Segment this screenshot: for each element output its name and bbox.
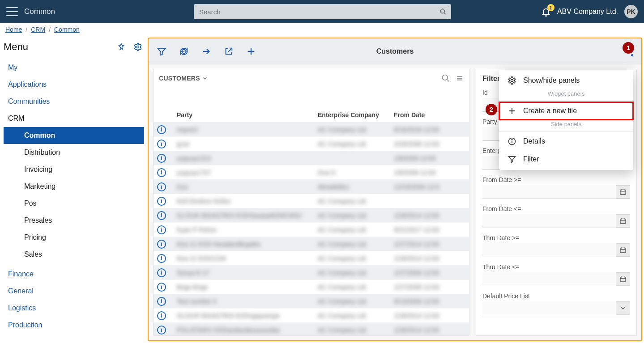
info-icon[interactable]: i [157, 225, 166, 234]
grid-columns: Party Enterprise Company From Date [154, 87, 469, 123]
grid-search-icon[interactable] [441, 74, 450, 83]
arrow-right-icon[interactable] [201, 47, 211, 56]
info-icon[interactable]: i [157, 283, 166, 292]
cell-company: AC Company Ltd. [318, 255, 394, 262]
table-row[interactable]: iGLOUR INDASTRIS EODsgapsespeAC Company … [154, 309, 469, 323]
sidebar-item-pos[interactable]: Pos [4, 195, 144, 212]
info-icon[interactable]: i [157, 240, 166, 249]
filter-thru-le-input[interactable] [482, 272, 616, 286]
cell-date: 1/28/2014 12:00 [394, 326, 465, 334]
filter-default-price-list-input[interactable] [482, 301, 616, 315]
popup-filter[interactable]: Filter [499, 150, 633, 168]
calendar-icon[interactable] [616, 185, 630, 199]
info-icon[interactable]: i [157, 168, 166, 177]
table-row[interactable]: iDusAbradeblcs12/23/2009 12:0 [154, 180, 469, 194]
grid-body[interactable]: iImport2AC Company Ltd.8/16/2018 12:00ig… [154, 123, 469, 335]
cell-party: Sonya E-17 [177, 269, 318, 276]
sidebar-item-production[interactable]: Production [4, 317, 144, 334]
table-row[interactable]: iSonya E-17AC Company Ltd.1/27/2006 12:0… [154, 266, 469, 280]
sidebar-item-finance[interactable]: Finance [4, 266, 144, 283]
popup-details-label: Details [523, 137, 545, 145]
cell-company: AC Company Ltd. [318, 284, 394, 291]
info-icon[interactable]: i [157, 254, 166, 263]
filter-icon[interactable] [157, 47, 166, 56]
plus-icon[interactable] [246, 47, 256, 56]
cell-date: 1/8/2008 12:00 [394, 169, 465, 176]
calendar-icon[interactable] [616, 243, 630, 257]
svg-rect-8 [620, 190, 626, 195]
breadcrumb-home[interactable]: Home [5, 26, 22, 33]
context-popup: Show/hide panels Widget panels Create a … [499, 70, 633, 170]
pin-icon[interactable] [117, 43, 125, 51]
sidebar-item-invoicing[interactable]: Invoicing [4, 161, 144, 178]
company-name[interactable]: ABV Company Ltd. [557, 8, 618, 16]
table-row[interactable]: iImport2AC Company Ltd.8/16/2018 12:00 [154, 123, 469, 137]
plus-icon [507, 106, 517, 115]
filter-from-ge-input[interactable] [482, 185, 616, 199]
info-icon[interactable]: i [157, 268, 166, 277]
sidebar-item-logistics[interactable]: Logistics [4, 300, 144, 317]
info-icon[interactable]: i [157, 197, 166, 206]
grid-title[interactable]: CUSTOMERS [159, 75, 200, 82]
table-row[interactable]: iGLOUR INDASTRIS EODSasasaM2MCMS2AC Comp… [154, 208, 469, 223]
external-link-icon[interactable] [224, 47, 234, 56]
info-icon[interactable]: i [157, 125, 166, 134]
info-icon[interactable]: i [157, 326, 166, 335]
sidebar-item-pricing[interactable]: Pricing [4, 229, 144, 246]
sidebar-item-general[interactable]: General [4, 283, 144, 300]
table-row[interactable]: iyupyup13131/8/2008 12:00 [154, 151, 469, 165]
filter-thru-ge-input[interactable] [482, 243, 616, 257]
table-row[interactable]: igrueAC Company Ltd.2/29/2008 12:00 [154, 137, 469, 151]
table-row[interactable]: iKiril Dimitrov KirilovAC Company Ltd. [154, 194, 469, 208]
table-row[interactable]: iyupyup1707Due D1/8/2008 12:00 [154, 165, 469, 180]
breadcrumb-crm[interactable]: CRM [31, 26, 45, 33]
sidebar-item-common[interactable]: Common [4, 127, 144, 144]
filter-from-le-input[interactable] [482, 214, 616, 228]
calendar-icon[interactable] [616, 272, 630, 286]
toolbar: Customers [149, 38, 641, 64]
sidebar-item-communities[interactable]: Communities [4, 93, 144, 110]
chevron-down-icon[interactable] [202, 75, 208, 81]
filter-from-ge-label: From Date >= [482, 176, 630, 183]
hamburger-icon[interactable] [6, 7, 18, 16]
search-input[interactable] [194, 4, 451, 19]
search-icon[interactable] [439, 8, 447, 15]
info-icon[interactable]: i [157, 154, 166, 163]
col-from[interactable]: From Date [394, 111, 465, 119]
popup-create-tile[interactable]: Create a new tile [499, 102, 633, 120]
info-icon[interactable]: i [157, 211, 166, 220]
sidebar-item-presales[interactable]: Presales [4, 212, 144, 229]
col-enterprise[interactable]: Enterprise Company [318, 111, 394, 119]
notifications-button[interactable]: 1 [541, 7, 551, 17]
breadcrumb-common[interactable]: Common [54, 26, 80, 33]
sidebar-item-distribution[interactable]: Distribution [4, 144, 144, 161]
cell-date: 12/23/2009 12:0 [394, 183, 465, 191]
popup-show-hide-panels[interactable]: Show/hide panels [499, 72, 633, 89]
chevron-down-icon[interactable] [616, 301, 630, 315]
cell-company: AC Company Ltd. [318, 226, 394, 233]
sidebar-item-crm[interactable]: CRM [4, 110, 144, 127]
more-menu-button[interactable] [631, 46, 633, 56]
table-row[interactable]: iKira 21 EOD haradandbupdexAC Company Lt… [154, 237, 469, 251]
avatar[interactable]: PK [624, 5, 638, 18]
sidebar-item-my[interactable]: My [4, 59, 144, 76]
sidebar-item-applications[interactable]: Applications [4, 76, 144, 93]
calendar-icon[interactable] [616, 214, 630, 228]
info-icon[interactable]: i [157, 140, 166, 148]
info-icon[interactable]: i [157, 297, 166, 306]
info-icon[interactable]: i [157, 182, 166, 191]
table-row[interactable]: iKira 21 EOD1234AC Company Ltd.1/28/2014… [154, 251, 469, 266]
gear-icon[interactable] [133, 42, 142, 51]
sidebar-item-marketing[interactable]: Marketing [4, 178, 144, 195]
table-row[interactable]: iPOLISTARS OODasdasdassssssdasAC Company… [154, 323, 469, 335]
table-row[interactable]: iBogo BogoAC Company Ltd.1/27/2006 12:00 [154, 280, 469, 294]
table-row[interactable]: iTest number 4AC Company Ltd.9/13/2006 1… [154, 294, 469, 309]
cell-party: Kiril Dimitrov Kirilov [177, 198, 318, 205]
table-row[interactable]: iKyan P PetrovAC Company Ltd.9/21/2017 1… [154, 223, 469, 237]
sidebar-item-sales[interactable]: Sales [4, 246, 144, 263]
grid-menu-icon[interactable] [456, 74, 464, 82]
info-icon[interactable]: i [157, 311, 166, 320]
col-party[interactable]: Party [177, 111, 318, 119]
refresh-icon[interactable] [179, 47, 189, 56]
popup-details[interactable]: Details [499, 132, 633, 150]
